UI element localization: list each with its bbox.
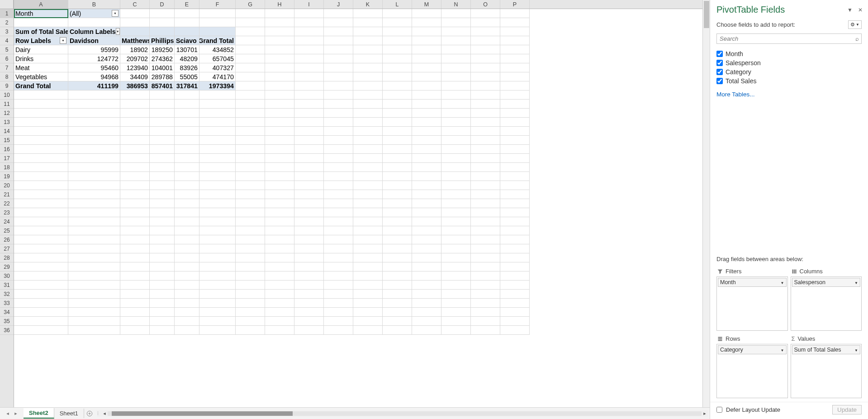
cell[interactable] xyxy=(324,9,353,18)
cell[interactable] xyxy=(175,271,199,281)
cell[interactable] xyxy=(294,90,324,100)
cell[interactable] xyxy=(199,290,236,299)
cell[interactable] xyxy=(68,18,120,27)
cell[interactable] xyxy=(199,100,236,109)
cell[interactable] xyxy=(199,262,236,271)
cell[interactable] xyxy=(471,100,500,109)
cell[interactable] xyxy=(265,27,294,36)
column-header-B[interactable]: B xyxy=(68,0,120,9)
cell[interactable] xyxy=(294,127,324,136)
cell[interactable] xyxy=(199,127,236,136)
pivot-cell[interactable]: 18902 xyxy=(120,45,150,54)
cell[interactable] xyxy=(441,308,471,317)
cell[interactable] xyxy=(14,235,68,244)
cell[interactable] xyxy=(294,190,324,199)
cell[interactable] xyxy=(353,217,383,226)
panel-layout-button[interactable]: ⚙▼ xyxy=(848,20,862,29)
cell[interactable] xyxy=(294,281,324,290)
cell[interactable] xyxy=(14,217,68,226)
cell[interactable] xyxy=(324,235,353,244)
pivot-cell[interactable]: 48209 xyxy=(175,54,199,63)
cell[interactable] xyxy=(383,45,412,54)
cell[interactable] xyxy=(383,154,412,163)
cell[interactable] xyxy=(500,163,530,172)
cell[interactable] xyxy=(265,217,294,226)
cell[interactable] xyxy=(199,154,236,163)
cell[interactable] xyxy=(150,18,175,27)
cell[interactable] xyxy=(150,181,175,190)
cell[interactable] xyxy=(324,118,353,127)
cell[interactable] xyxy=(471,172,500,181)
row-header-24[interactable]: 24 xyxy=(0,217,14,226)
cell[interactable] xyxy=(324,45,353,54)
cell[interactable] xyxy=(68,100,120,109)
cell[interactable] xyxy=(14,290,68,299)
cell[interactable] xyxy=(471,262,500,271)
hscroll-right[interactable]: ► xyxy=(702,410,708,417)
cell[interactable] xyxy=(324,172,353,181)
cell[interactable] xyxy=(199,90,236,100)
pivot-col-Grand Total[interactable]: Grand Total xyxy=(199,36,236,45)
column-header-G[interactable]: G xyxy=(236,0,265,9)
cell[interactable] xyxy=(412,145,441,154)
cell[interactable] xyxy=(199,18,236,27)
cell[interactable] xyxy=(236,326,265,335)
cell[interactable] xyxy=(14,244,68,253)
cell[interactable] xyxy=(120,290,150,299)
cell[interactable] xyxy=(236,181,265,190)
row-header-33[interactable]: 33 xyxy=(0,299,14,308)
cell[interactable] xyxy=(471,208,500,217)
cell[interactable] xyxy=(324,326,353,335)
cell[interactable] xyxy=(175,27,199,36)
cell[interactable] xyxy=(236,226,265,235)
cell[interactable] xyxy=(412,226,441,235)
cell[interactable] xyxy=(500,217,530,226)
cell[interactable] xyxy=(471,36,500,45)
cell[interactable] xyxy=(324,281,353,290)
pivot-cell[interactable]: 130701 xyxy=(175,45,199,54)
cell[interactable] xyxy=(68,290,120,299)
cell[interactable] xyxy=(265,54,294,63)
column-header-H[interactable]: H xyxy=(265,0,294,9)
cell[interactable] xyxy=(199,281,236,290)
cell[interactable] xyxy=(412,317,441,326)
cell[interactable] xyxy=(294,299,324,308)
row-header-34[interactable]: 34 xyxy=(0,308,14,317)
cell[interactable] xyxy=(353,36,383,45)
cell[interactable] xyxy=(353,308,383,317)
cell[interactable] xyxy=(236,9,265,18)
cell[interactable] xyxy=(383,54,412,63)
cell[interactable] xyxy=(500,154,530,163)
cell[interactable] xyxy=(236,145,265,154)
cell[interactable] xyxy=(14,326,68,335)
cell[interactable] xyxy=(412,45,441,54)
pivot-cell[interactable]: 657045 xyxy=(199,54,236,63)
cell[interactable] xyxy=(324,262,353,271)
pivot-grand-cell[interactable]: 317841 xyxy=(175,81,199,90)
cell[interactable] xyxy=(471,118,500,127)
cell[interactable] xyxy=(14,154,68,163)
cell[interactable] xyxy=(324,145,353,154)
column-header-L[interactable]: L xyxy=(383,0,412,9)
cell[interactable] xyxy=(412,217,441,226)
field-checkbox[interactable] xyxy=(716,51,723,57)
cell[interactable] xyxy=(199,308,236,317)
cell[interactable] xyxy=(441,217,471,226)
cell[interactable] xyxy=(294,81,324,90)
cell[interactable] xyxy=(150,172,175,181)
cell[interactable] xyxy=(500,9,530,18)
row-header-3[interactable]: 3 xyxy=(0,27,14,36)
panel-close-icon[interactable]: ✕ xyxy=(858,7,863,13)
cell[interactable] xyxy=(500,299,530,308)
cell[interactable] xyxy=(412,136,441,145)
cell[interactable] xyxy=(500,181,530,190)
cell[interactable] xyxy=(500,172,530,181)
cell[interactable] xyxy=(383,190,412,199)
cell[interactable] xyxy=(500,262,530,271)
cell[interactable] xyxy=(199,118,236,127)
cell[interactable] xyxy=(199,217,236,226)
cell[interactable] xyxy=(68,136,120,145)
cell[interactable] xyxy=(199,226,236,235)
cell[interactable] xyxy=(324,244,353,253)
cell[interactable] xyxy=(265,281,294,290)
